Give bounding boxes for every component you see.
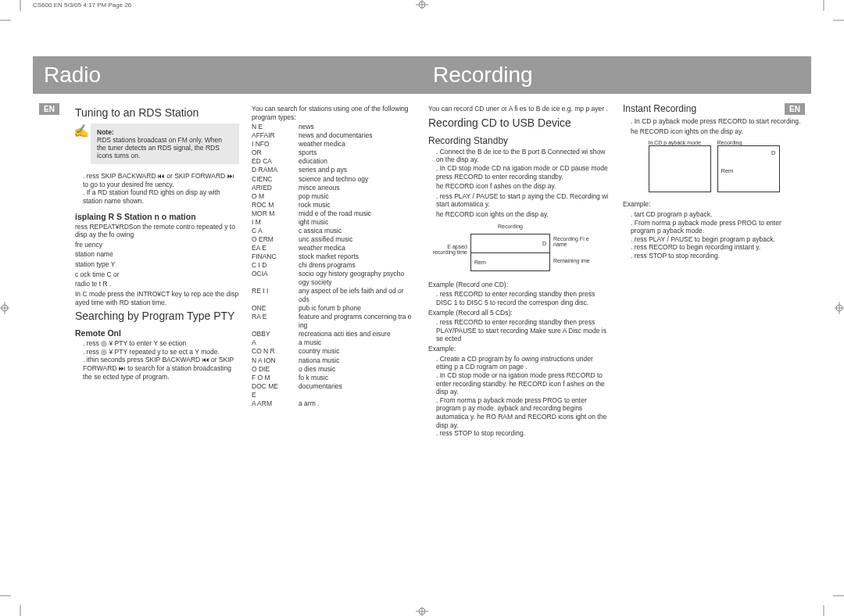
box1-label: In CD p ayback mode: [649, 140, 711, 145]
ex-step: ress STOP to stop recording.: [631, 252, 805, 260]
svg-point-16: [2, 305, 8, 311]
remote-only: Remote Onl: [75, 328, 239, 338]
right-title: Recording: [422, 56, 811, 94]
pty-row: O ERMunc assified music: [252, 235, 416, 244]
left-title: Radio: [33, 56, 422, 94]
pty-row: ROC Mrock music: [252, 201, 416, 210]
step: ress PLAY / PAUSE to start p aying the C…: [436, 192, 610, 209]
display-note: In C mode press the INTRO¥CT key to rep …: [75, 290, 239, 306]
display-heading: isplaing R S Station n o mation: [75, 212, 239, 221]
ex-label: Example (Record all 5 CDs):: [428, 309, 610, 317]
pty-row: CIENCscience and techno ogy: [252, 175, 416, 184]
diag-d: D: [542, 241, 546, 246]
cd-usb-heading: Recording CD to USB Device: [428, 116, 610, 129]
ex-step: ress PLAY / PAUSE to begin program p ayb…: [631, 235, 805, 244]
pty-row: O Mpop music: [252, 192, 416, 201]
lcd-diagram: D Rem: [470, 234, 550, 271]
ex-step: From norma p ayback mode press PROG to e…: [436, 396, 610, 430]
spread: Radio EN Tuning to an RDS Station ✍ Note…: [33, 22, 811, 593]
tuning-heading: Tuning to an RDS Station: [75, 106, 239, 119]
pty-row: E: [252, 391, 416, 399]
pty-row: RE I Iany aspect of be iefs faith and od…: [252, 287, 416, 304]
ex-label: Example (Record one CD):: [428, 281, 610, 289]
step: ress SKIP BACKWARD ⏮ or SKIP FORWARD ⏭ t…: [83, 172, 239, 188]
pty-row: DOC MEdocumentaries: [252, 382, 416, 391]
note-icon: ✍: [73, 124, 89, 139]
note-body: RDS stations broadcast on FM only. When …: [97, 136, 222, 159]
pty-table: N EnewsAFFAIRnews and documentariesI NFO…: [252, 123, 416, 408]
sub-step: he RECORD icon ights on the disp ay.: [623, 127, 805, 136]
pty-step: ithin seconds press SKIP BACKWARD ⏮ or S…: [83, 356, 239, 381]
right-page: Recording You can record CD uner or A fi…: [422, 22, 811, 439]
diag-remaining: Remaining ime: [553, 258, 600, 263]
ex-step: ress RECORD to enter recording standby t…: [436, 318, 610, 343]
pty-intro: You can search for stations using one of…: [252, 105, 416, 121]
disp-item: station name: [75, 250, 239, 259]
ex-label: Example:: [428, 345, 610, 353]
standby-heading: Recording Standby: [428, 135, 610, 146]
pty-step: ress ◎ ¥ PTY to enter Y se ection: [83, 339, 239, 348]
pty-row: D RAMAseries and p ays: [252, 166, 416, 174]
ex-step: From norma p ayback mode press PROG to e…: [631, 219, 805, 235]
ex-step: ress RECORD to begin recording instant y…: [631, 243, 805, 252]
pty-heading: Searching by Program Type PTY: [75, 310, 239, 322]
page-header: CS600 EN 5/3/05 4:17 PM Page 26: [33, 2, 131, 9]
pty-row: ARIEDmisce aneous: [252, 184, 416, 192]
pty-row: N Enews: [252, 123, 416, 131]
display-intro: ress REPEAT¥RDSon the remote contro repe…: [75, 223, 239, 239]
pty-row: ONEpub ic forum b phone: [252, 304, 416, 313]
pty-row: OCIAsocio ogy history geography psycho o…: [252, 270, 416, 287]
lang-badge-right: EN: [785, 103, 805, 115]
pty-row: O DIEo dies music: [252, 365, 416, 374]
pty-step: ress ◎ ¥ PTY repeated y to se ect a Y mo…: [83, 348, 239, 356]
svg-point-19: [836, 305, 842, 311]
note-box: ✍ Note: RDS stations broadcast on FM onl…: [91, 124, 239, 164]
ex-label: Example:: [623, 200, 805, 209]
pty-row: ORsports: [252, 149, 416, 157]
pty-row: CO N Rcountry music: [252, 347, 416, 356]
sub-step: he RECORD icon f ashes on the disp ay.: [428, 182, 610, 191]
ex-step: Create a CD program by fo owing instruct…: [436, 355, 610, 371]
pty-row: ED CAeducation: [252, 157, 416, 166]
pty-row: RA Efeature and programs concerning tra …: [252, 313, 416, 330]
diagram-row: In CD p ayback mode Recording D Rem: [623, 140, 805, 192]
disp-item: station type Y: [75, 260, 239, 269]
pty-row: FINANCstock market reports: [252, 252, 416, 261]
pty-row: Aa music: [252, 338, 416, 347]
step: Connect the B de ice to the B port B Con…: [436, 148, 610, 164]
left-page: Radio EN Tuning to an RDS Station ✍ Note…: [33, 22, 422, 439]
disp-item: fre uency: [75, 241, 239, 249]
lcd-box-2: D Rem: [717, 145, 780, 192]
diag-rem2: Rem: [721, 167, 776, 174]
diag-d2: D: [721, 149, 776, 156]
pty-row: I NFOweather medica: [252, 140, 416, 149]
lang-badge-left: EN: [39, 103, 59, 115]
pty-row: C Ac assica music: [252, 227, 416, 235]
ex-step: In CD stop mode or na igation mode press…: [436, 371, 610, 396]
step: In CD stop mode CD na igation mode or CD…: [436, 164, 610, 181]
sub-step: he RECORD icon ights on the disp ay.: [428, 210, 610, 219]
svg-point-13: [419, 608, 425, 614]
diag-elapsed: E apsed recording time: [428, 244, 467, 255]
svg-point-10: [419, 2, 425, 8]
pty-row: I Might music: [252, 218, 416, 227]
note-label: Note:: [97, 128, 114, 136]
pty-row: N A IONnationa music: [252, 356, 416, 365]
diag-rem: Rem: [474, 260, 486, 265]
ex-step: ress RECORD to enter recording standby t…: [436, 290, 610, 306]
step: In CD p ayback mode press RECORD to star…: [631, 117, 805, 126]
pty-row: A ARMa arm .: [252, 399, 416, 408]
pty-row: AFFAIRnews and documentaries: [252, 131, 416, 140]
ex-step: tart CD program p ayback.: [631, 210, 805, 219]
disp-item: c ock time C or: [75, 270, 239, 279]
step: If a RD station found RD ights on disp a…: [83, 188, 239, 205]
disp-item: radio te t R .: [75, 280, 239, 288]
rec-intro: You can record CD uner or A fi es to B d…: [428, 105, 610, 113]
pty-row: OBBYrecreationa acti ities and eisure: [252, 330, 416, 338]
diag-title: Recording: [470, 224, 550, 229]
pty-row: MOR Mmidd e of the road music: [252, 210, 416, 218]
ex-step: ress STOP to stop recording.: [436, 429, 610, 438]
pty-row: F O Mfo k music: [252, 374, 416, 382]
lcd-box-1: [649, 145, 711, 192]
pty-row: C I Dchi drens programs: [252, 261, 416, 270]
